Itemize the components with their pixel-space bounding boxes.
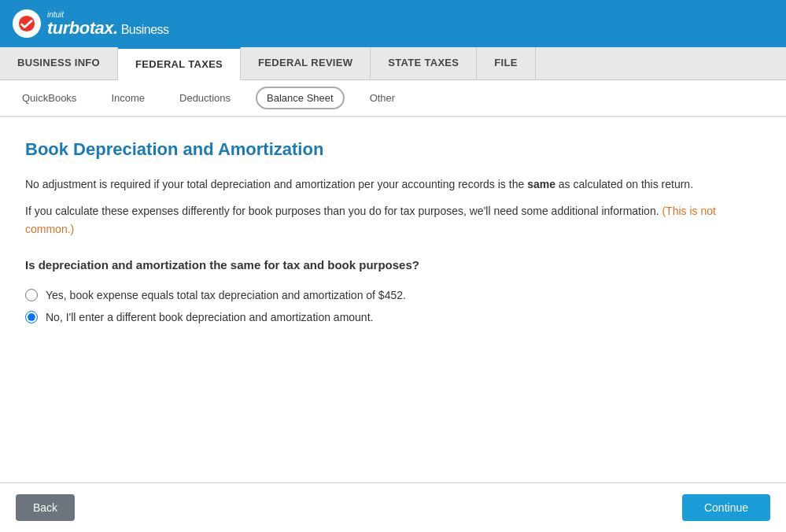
logo-area: intuit turbotax.Business <box>13 9 169 38</box>
same-bold: same <box>527 178 555 190</box>
nav-item-federal-taxes[interactable]: FEDERAL TAXES <box>118 47 241 80</box>
header: intuit turbotax.Business <box>0 0 786 47</box>
back-button[interactable]: Back <box>16 494 75 521</box>
description-1-end: as calculated on this return. <box>555 178 693 190</box>
description-2: If you calculate these expenses differen… <box>25 202 761 238</box>
continue-button[interactable]: Continue <box>682 494 770 521</box>
nav-item-business-info[interactable]: BUSINESS INFO <box>0 47 118 79</box>
main-content: Book Depreciation and Amortization No ad… <box>0 117 786 361</box>
description-1: No adjustment is required if your total … <box>25 175 761 193</box>
option-yes-radio[interactable] <box>25 289 38 301</box>
description-block: No adjustment is required if your total … <box>25 175 761 238</box>
sub-nav-other[interactable]: Other <box>360 88 405 108</box>
footer: Back Continue <box>0 482 786 532</box>
nav-item-file[interactable]: FILE <box>477 47 535 79</box>
description-2-start: If you calculate these expenses differen… <box>25 205 662 217</box>
page-title: Book Depreciation and Amortization <box>25 139 761 160</box>
question-block: Is depreciation and amortization the sam… <box>25 257 761 323</box>
turbotax-label: turbotax.Business <box>47 20 169 37</box>
option-no-label[interactable]: No, I'll enter a different book deprecia… <box>46 311 373 323</box>
logo-check-icon <box>13 9 41 38</box>
sub-nav-balance-sheet[interactable]: Balance Sheet <box>256 87 345 109</box>
nav-item-federal-review[interactable]: FEDERAL REVIEW <box>241 47 371 79</box>
description-1-text: No adjustment is required if your total … <box>25 178 527 190</box>
question-text: Is depreciation and amortization the sam… <box>25 257 761 275</box>
option-no-row: No, I'll enter a different book deprecia… <box>25 311 761 323</box>
option-yes-label[interactable]: Yes, book expense equals total tax depre… <box>46 289 406 301</box>
logo-text: intuit turbotax.Business <box>47 11 169 37</box>
sub-nav-quickbooks[interactable]: QuickBooks <box>13 88 86 108</box>
nav-item-state-taxes[interactable]: STATE TAXES <box>371 47 477 79</box>
main-nav: BUSINESS INFO FEDERAL TAXES FEDERAL REVI… <box>0 47 786 80</box>
sub-nav-income[interactable]: Income <box>101 88 154 108</box>
option-no-radio[interactable] <box>25 311 38 323</box>
option-yes-row: Yes, book expense equals total tax depre… <box>25 289 761 301</box>
sub-nav-deductions[interactable]: Deductions <box>170 88 240 108</box>
sub-nav: QuickBooks Income Deductions Balance She… <box>0 80 786 117</box>
